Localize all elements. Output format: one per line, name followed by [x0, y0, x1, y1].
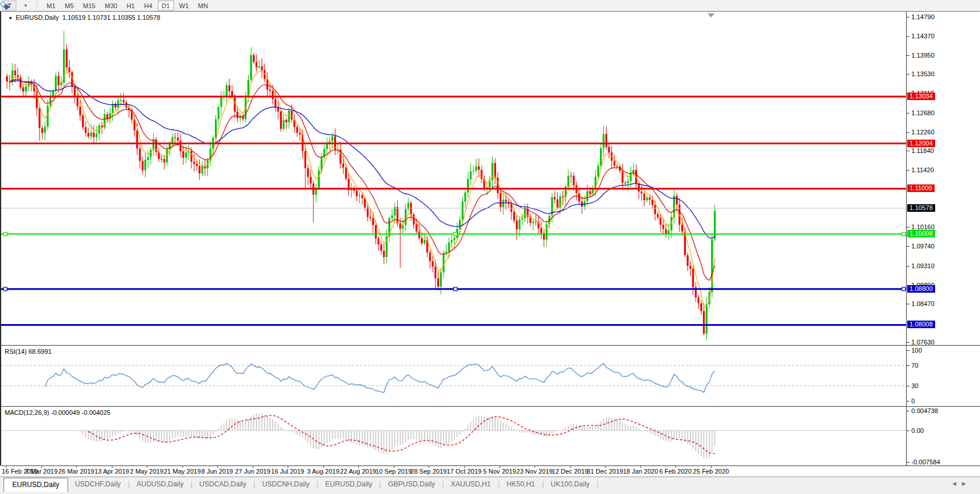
- price-tick-label: 1.14790: [911, 13, 935, 20]
- date-tick-label: 2 May 2019: [130, 468, 163, 475]
- chart-tab-eurusd-daily[interactable]: EURUSD,Daily: [3, 478, 68, 492]
- chart-bottom-border: [1, 465, 980, 466]
- tab-scroll-arrows: ◀▶: [952, 481, 972, 486]
- price-tick: [907, 342, 910, 343]
- arrows-tool-button[interactable]: ▼: [17, 1, 33, 10]
- chart-tab-uk100-daily[interactable]: UK100,Daily: [544, 478, 597, 491]
- price-tick: [907, 170, 910, 170]
- chart-tab-usdchf-daily[interactable]: USDCHF,Daily: [68, 478, 128, 491]
- date-tick-label: 22 Aug 2019: [340, 468, 376, 475]
- chart-tab-gbpusd-daily[interactable]: GBPUSD,Daily: [381, 478, 442, 491]
- date-tick-label: 23 Nov 2019: [516, 468, 553, 475]
- rsi-tick: [907, 386, 910, 386]
- chart-ohlc-values: 1.10519 1.10731 1.10355 1.10578: [62, 14, 160, 21]
- rsi-panel-separator[interactable]: [1, 345, 980, 346]
- price-tick-label: 1.12260: [911, 129, 935, 136]
- chart-window[interactable]: ▼EURUSD,Daily 1.10519 1.10731 1.10355 1.…: [0, 11, 979, 465]
- arrows-tool-icon: [0, 2, 9, 10]
- date-axis[interactable]: 16 Feb 20197 Mar 201926 Mar 201913 Apr 2…: [0, 465, 980, 477]
- top-toolbar: T ▼ M1M5M15M30H1H4D1W1MN: [0, 0, 980, 12]
- date-tick-label: 31 Dec 2019: [587, 468, 623, 475]
- timeframe-button-m30[interactable]: M30: [101, 1, 121, 10]
- chart-title: ▼EURUSD,Daily 1.10519 1.10731 1.10355 1.…: [8, 14, 160, 21]
- timeframe-button-w1[interactable]: W1: [175, 1, 193, 10]
- timeframe-button-d1[interactable]: D1: [158, 1, 174, 10]
- resistance-price-label: 1.11009: [907, 184, 935, 192]
- macd-tick: [907, 411, 910, 411]
- tab-scroll-left-icon[interactable]: ◀: [952, 481, 962, 486]
- resistance-price-label: 1.12004: [907, 140, 935, 147]
- rsi-indicator-label: RSI(14) 68.6991: [5, 348, 52, 355]
- price-tick-label: 1.09740: [911, 243, 935, 250]
- date-tick-label: 6 Feb 2020: [659, 468, 692, 475]
- chart-tab-usdcnh-daily[interactable]: USDCNH,Daily: [255, 478, 316, 491]
- support-price-label: 1.08008: [907, 321, 935, 328]
- rsi-tick-label: 100: [911, 347, 922, 354]
- rsi-plot[interactable]: [1, 346, 906, 406]
- price-tick-label: 1.08470: [911, 300, 935, 307]
- rsi-line: [45, 364, 714, 393]
- line-drag-handle[interactable]: [902, 287, 905, 291]
- toolbar-separator: [37, 1, 40, 10]
- date-tick-label: 3 Aug 2019: [307, 468, 339, 475]
- tab-scroll-right-icon[interactable]: ▶: [962, 481, 972, 486]
- price-tick-label: 1.14370: [911, 33, 935, 40]
- date-tick-label: 16 Jul 2019: [271, 468, 305, 475]
- chart-tab-usdcad-daily[interactable]: USDCAD,Daily: [192, 478, 253, 491]
- date-tick-label: 28 Sep 2019: [411, 468, 447, 475]
- chart-shift-marker-icon: [707, 13, 714, 17]
- price-tick-label: 1.12680: [911, 109, 935, 116]
- price-tick: [907, 36, 910, 37]
- price-tick: [907, 113, 910, 113]
- chart-symbol-label: EURUSD,Daily: [16, 14, 59, 21]
- macd-plot[interactable]: [1, 407, 906, 466]
- chart-tab-eurusd-daily[interactable]: EURUSD,Daily: [319, 478, 380, 491]
- chart-tab-bar: EURUSD,DailyUSDCHF,Daily|AUDUSD,Daily|US…: [0, 477, 980, 494]
- macd-tick-label: 0.00: [911, 427, 924, 434]
- date-tick-label: 12 Dec 2019: [552, 468, 588, 475]
- chart-tab-audusd-daily[interactable]: AUDUSD,Daily: [130, 478, 191, 491]
- price-tick: [907, 55, 910, 56]
- rsi-tick: [907, 401, 910, 401]
- line-drag-handle[interactable]: [902, 232, 905, 236]
- support-price-label: 1.10008: [907, 230, 935, 237]
- price-tick: [907, 266, 910, 266]
- price-tick: [907, 304, 910, 304]
- timeframe-button-m5[interactable]: M5: [61, 1, 77, 10]
- date-tick-label: 21 May 2019: [164, 468, 201, 475]
- macd-panel-separator[interactable]: [1, 406, 980, 407]
- date-tick-label: 7 Mar 2019: [25, 468, 58, 475]
- line-drag-handle[interactable]: [3, 232, 7, 236]
- rsi-tick-label: 70: [911, 362, 918, 369]
- arrows-dropdown-caret[interactable]: ▼: [24, 3, 28, 8]
- rsi-tick-label: 30: [911, 382, 918, 389]
- chart-tab-hk50-h1[interactable]: HK50,H1: [500, 478, 542, 491]
- rsi-tick: [907, 365, 910, 366]
- timeframe-button-h4[interactable]: H4: [140, 1, 156, 10]
- chart-tab-xauusd-h1[interactable]: XAUUSD,H1: [444, 478, 498, 491]
- timeframe-button-h1[interactable]: H1: [122, 1, 139, 10]
- date-tick-label: 18 Jan 2020: [623, 468, 659, 475]
- timeframe-button-m1[interactable]: M1: [43, 1, 59, 10]
- line-drag-handle[interactable]: [454, 232, 457, 236]
- line-drag-handle[interactable]: [454, 287, 457, 291]
- macd-tick: [907, 462, 910, 463]
- date-tick-label: 25 Feb 2020: [693, 468, 729, 475]
- timeframe-button-m15[interactable]: M15: [79, 1, 100, 10]
- price-tick-label: 1.11420: [911, 166, 934, 173]
- timeframe-button-mn[interactable]: MN: [194, 1, 212, 10]
- price-tick: [907, 17, 910, 17]
- support-price-label: 1.08800: [907, 285, 935, 293]
- price-tick-label: 1.13950: [911, 52, 935, 59]
- macd-indicator-label: MACD(12,26,9) -0.000049 -0.004025: [5, 409, 111, 416]
- bid-price-label: 1.10578: [907, 204, 935, 212]
- line-drag-handle[interactable]: [3, 287, 7, 291]
- date-tick-label: 8 Jun 2019: [201, 468, 233, 475]
- price-axis[interactable]: 1.147901.143701.139501.135301.131101.126…: [906, 12, 980, 466]
- date-tick-label: 10 Sep 2019: [376, 468, 412, 475]
- macd-tick-label: 0.004738: [911, 407, 938, 414]
- collapse-arrow-icon[interactable]: ▼: [8, 16, 13, 21]
- candlestick-plot[interactable]: [1, 12, 906, 345]
- price-tick-label: 1.09310: [911, 262, 935, 269]
- price-tick: [907, 151, 910, 151]
